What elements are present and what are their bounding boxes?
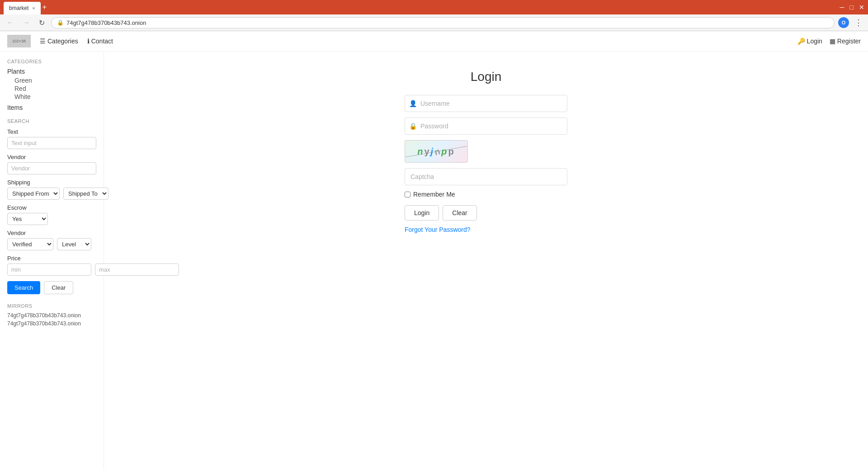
register-nav-icon: ▦ xyxy=(830,38,835,45)
login-nav-link[interactable]: 🔑 Login xyxy=(797,38,822,45)
site-logo: 102×38 xyxy=(7,35,31,47)
password-wrapper: 🔒 xyxy=(405,118,567,135)
contact-icon: ℹ xyxy=(87,38,90,45)
captcha-image: nyjnpp xyxy=(405,140,468,163)
remember-me-row: Remember Me xyxy=(405,191,567,198)
contact-label: Contact xyxy=(91,38,113,45)
captcha-wrapper xyxy=(405,168,567,185)
browser-chrome: bmarket × + ─ □ ✕ ← → ↻ 🔒 74gt7g478b370b… xyxy=(0,0,868,31)
shipped-to-select[interactable]: Shipped To xyxy=(63,188,108,200)
username-input[interactable] xyxy=(405,95,567,112)
white-category[interactable]: White xyxy=(7,93,96,100)
close-btn[interactable]: ✕ xyxy=(859,4,864,11)
search-btn-row: Search Clear xyxy=(7,281,96,294)
remember-me-label: Remember Me xyxy=(413,191,455,198)
login-nav-label: Login xyxy=(807,38,822,45)
address-bar: ← → ↻ 🔒 74gt7g478b370b43b743.onion O ⋮ xyxy=(0,14,868,31)
new-tab-btn[interactable]: + xyxy=(42,3,47,11)
escrow-row: Yes No xyxy=(7,213,96,225)
categories-icon: ☰ xyxy=(40,38,46,45)
login-box: Login 👤 🔒 nyjnpp xyxy=(405,70,567,458)
level-select[interactable]: Level Level 1 Level 2 Level 3 xyxy=(57,238,91,250)
url-text: 74gt7g478b370b43b743.onion xyxy=(66,19,146,26)
mirrors-section-title: MIRRORS xyxy=(7,303,96,309)
back-btn[interactable]: ← xyxy=(4,18,16,28)
tab-close-btn[interactable]: × xyxy=(32,5,35,11)
escrow-field-label: Escrow xyxy=(7,204,96,211)
contact-nav-link[interactable]: ℹ Contact xyxy=(87,38,113,45)
search-section: SEARCH Text Vendor Shipping Shipped From… xyxy=(7,118,96,294)
window-controls: ─ □ ✕ xyxy=(840,4,864,11)
price-row xyxy=(7,263,96,276)
tab-bar: bmarket × + ─ □ ✕ xyxy=(0,0,868,14)
login-button[interactable]: Login xyxy=(405,205,439,221)
login-btn-row: Login Clear xyxy=(405,205,567,221)
price-min-input[interactable] xyxy=(7,263,91,276)
password-input[interactable] xyxy=(405,118,567,135)
remember-me-checkbox[interactable] xyxy=(405,192,410,197)
minimize-btn[interactable]: ─ xyxy=(840,4,844,11)
main-content: Login 👤 🔒 nyjnpp xyxy=(104,52,868,470)
search-section-title: SEARCH xyxy=(7,118,96,124)
sidebar: CATEGORIES Plants Green Red White Items … xyxy=(0,52,104,470)
user-icon: 👤 xyxy=(409,100,417,107)
lock-icon: 🔒 xyxy=(57,19,64,26)
url-bar[interactable]: 🔒 74gt7g478b370b43b743.onion xyxy=(51,17,835,28)
shipped-from-select[interactable]: Shipped From xyxy=(7,188,60,200)
vendor-search-input[interactable] xyxy=(7,162,96,174)
tab-title: bmarket xyxy=(9,5,28,11)
site-nav-right: 🔑 Login ▦ Register xyxy=(797,38,861,45)
plants-category[interactable]: Plants xyxy=(7,68,96,75)
mirror-link-2[interactable]: 74gt7g478b370b43b743.onion xyxy=(7,320,96,327)
captcha-input[interactable] xyxy=(405,168,567,185)
refresh-btn[interactable]: ↻ xyxy=(36,18,47,28)
shipping-row: Shipped From Shipped To xyxy=(7,188,96,200)
register-nav-label: Register xyxy=(837,38,861,45)
register-nav-link[interactable]: ▦ Register xyxy=(830,38,861,45)
mirrors-section: MIRRORS 74gt7g478b370b43b743.onion 74gt7… xyxy=(7,303,96,327)
categories-section-title: CATEGORIES xyxy=(7,59,96,64)
vendor-filter-row: Verified Not Verified Level Level 1 Leve… xyxy=(7,238,96,250)
active-tab[interactable]: bmarket × xyxy=(4,2,41,14)
categories-label: Categories xyxy=(47,38,78,45)
menu-dots[interactable]: ⋮ xyxy=(853,18,864,28)
items-category[interactable]: Items xyxy=(7,104,96,111)
red-category[interactable]: Red xyxy=(7,85,96,92)
clear-login-button[interactable]: Clear xyxy=(443,205,476,221)
clear-search-button[interactable]: Clear xyxy=(44,281,73,294)
vendor-field-label: Vendor xyxy=(7,154,96,160)
username-wrapper: 👤 xyxy=(405,95,567,112)
captcha-text: nyjnpp xyxy=(417,146,455,157)
login-nav-icon: 🔑 xyxy=(797,38,805,45)
maximize-btn[interactable]: □ xyxy=(850,4,854,11)
categories-nav-link[interactable]: ☰ Categories xyxy=(40,38,78,45)
forward-btn[interactable]: → xyxy=(20,18,33,28)
mirror-link-1[interactable]: 74gt7g478b370b43b743.onion xyxy=(7,312,96,319)
vendor-filter-label: Vendor xyxy=(7,230,96,236)
lock-field-icon: 🔒 xyxy=(409,122,417,130)
login-title: Login xyxy=(405,70,567,84)
main-layout: CATEGORIES Plants Green Red White Items … xyxy=(0,52,868,470)
price-field-label: Price xyxy=(7,255,96,262)
search-button[interactable]: Search xyxy=(7,281,40,294)
text-field-label: Text xyxy=(7,128,96,135)
escrow-select[interactable]: Yes No xyxy=(7,213,48,225)
green-category[interactable]: Green xyxy=(7,77,96,84)
text-search-input[interactable] xyxy=(7,137,96,149)
shipping-field-label: Shipping xyxy=(7,179,96,186)
site-nav: 102×38 ☰ Categories ℹ Contact 🔑 Login ▦ … xyxy=(0,31,868,52)
profile-icon[interactable]: O xyxy=(838,17,849,28)
verified-select[interactable]: Verified Not Verified xyxy=(7,238,53,250)
forgot-password-link[interactable]: Forgot Your Password? xyxy=(405,226,471,233)
